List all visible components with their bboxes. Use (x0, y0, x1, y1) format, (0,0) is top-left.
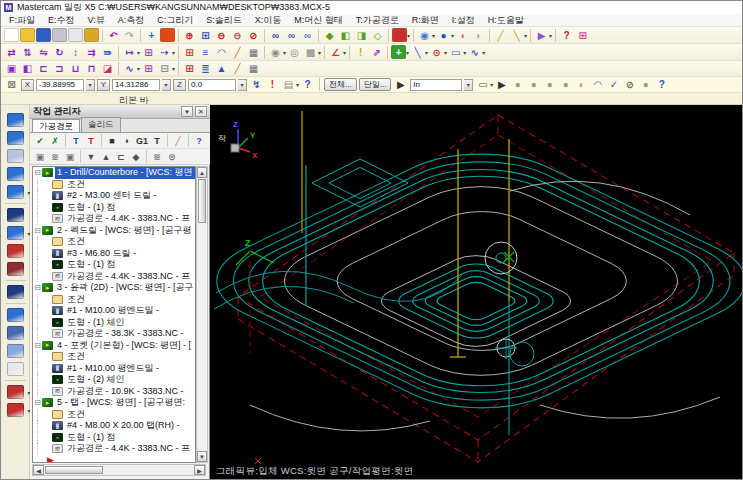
redo-icon[interactable]: ↷ (122, 28, 137, 42)
lock-selected-icon[interactable]: ▣ (33, 150, 47, 163)
create-point-icon[interactable]: + (391, 45, 406, 59)
gview-named-icon[interactable] (392, 28, 407, 42)
solid-boolean-icon[interactable]: ▾ (7, 226, 24, 240)
selection-window-icon[interactable]: ▭ (475, 78, 490, 92)
menu-item[interactable]: M:머신 형태 (294, 14, 343, 27)
menu-item[interactable]: C:그리기 (157, 14, 193, 27)
selection-clear-icon[interactable]: ⊘ (622, 78, 637, 92)
menu-item[interactable]: H:도움말 (488, 14, 524, 27)
selection-result-icon[interactable]: ◐ (574, 78, 589, 92)
move-insert-up-icon[interactable]: ▲ (99, 150, 113, 163)
print-preview-icon[interactable] (68, 28, 83, 42)
toolpath-drill-icon[interactable]: ⊐ (52, 62, 67, 76)
solid-revolve-icon[interactable] (7, 131, 24, 145)
solid-thicken-icon[interactable] (7, 244, 24, 258)
y-dropdown[interactable]: ▾ (162, 79, 171, 91)
gview-isometric-icon[interactable]: ◆ (322, 28, 337, 42)
zoom-window-icon[interactable]: ⊞ (198, 28, 213, 42)
solid-loft-icon[interactable] (7, 167, 24, 181)
solids-menu-icon[interactable]: ▾ (7, 385, 24, 399)
select-all-button[interactable]: 전체... (324, 78, 357, 91)
pan-icon[interactable]: + (144, 28, 159, 42)
solid-sweep-icon[interactable] (7, 149, 24, 163)
post-g1-icon[interactable]: G1 (135, 134, 149, 147)
create-line-icon[interactable]: ╲ (410, 45, 425, 59)
gradient-grid-icon[interactable]: ⊞ (575, 28, 590, 42)
create-line-dropdown[interactable]: ▾ (425, 49, 428, 56)
save-icon[interactable] (36, 28, 51, 42)
clipboard-dropdown[interactable]: ▾ (296, 81, 299, 88)
analyze-chain-icon[interactable]: ∞ (300, 28, 315, 42)
analyze-angle-icon[interactable]: ∠ (328, 45, 343, 59)
menu-item[interactable]: R:화면 (412, 14, 439, 27)
xform-offset-icon[interactable]: ⇉ (84, 45, 99, 59)
xform-drag-dropdown[interactable]: ▾ (172, 49, 175, 56)
solid-draft-icon[interactable] (7, 285, 24, 299)
operation-defaults-icon[interactable]: ╱ (230, 62, 245, 76)
regen-dirty-icon[interactable]: T (84, 134, 98, 147)
shaded-display-icon[interactable]: ● (436, 28, 451, 42)
light-toggle-icon[interactable]: ! (353, 45, 368, 59)
scroll-to-insert-icon[interactable]: ◆ (129, 150, 143, 163)
stock-setup-icon[interactable]: ⊞ (182, 62, 197, 76)
solid-shadow-icon[interactable] (7, 344, 24, 358)
selection-pointer-icon[interactable]: ▶ (393, 78, 408, 92)
single-op-display-icon[interactable]: ⊙ (165, 150, 179, 163)
attribute-multi-pencil-icon[interactable]: ╲ (509, 28, 524, 42)
tree-expander[interactable]: ⊟ (33, 341, 42, 350)
new-file-icon[interactable] (4, 28, 19, 42)
horizontal-scroll-thumb[interactable] (45, 466, 103, 474)
open-folder-icon[interactable] (20, 28, 35, 42)
window-arrange-icon[interactable]: ⊟ (157, 62, 172, 76)
backplot-icon[interactable]: ■ (105, 134, 119, 147)
analyze-area-icon[interactable]: ▩ (303, 45, 318, 59)
clear-colors-icon[interactable]: ▶ (534, 28, 549, 42)
attribute-multi-pencil-dropdown[interactable]: ▾ (524, 32, 527, 39)
scroll-right-button[interactable]: ▶ (194, 465, 205, 475)
selection-end-icon[interactable]: ● (638, 78, 653, 92)
units-combo[interactable]: In (410, 79, 462, 91)
autocursor-icon[interactable]: ⊠ (4, 78, 19, 92)
toolpath-surface-icon[interactable]: ◪ (100, 62, 115, 76)
selection-arc-icon[interactable]: ◠ (590, 78, 605, 92)
cplane-alert-icon[interactable]: ! (265, 78, 280, 92)
pane-layout-icon[interactable]: ⊞ (141, 62, 156, 76)
solid-extrude-icon[interactable] (7, 113, 24, 127)
window-arrange-dropdown[interactable]: ▾ (172, 65, 175, 72)
selection-area-icon[interactable]: ● (526, 78, 541, 92)
solid-grid-icon[interactable] (7, 326, 24, 340)
surfaces-menu-icon[interactable]: ▾ (7, 403, 24, 417)
scroll-down-button[interactable]: ▼ (197, 451, 207, 462)
scroll-up-button[interactable]: ▲ (197, 167, 207, 178)
selection-vector-icon[interactable]: ● (542, 78, 557, 92)
menu-item[interactable]: E:수정 (48, 14, 75, 27)
gview-top-icon[interactable]: ◇ (370, 28, 385, 42)
create-point-dropdown[interactable]: ▾ (406, 49, 409, 56)
move-insert-down-icon[interactable]: ▼ (84, 150, 98, 163)
xform-scale-icon[interactable]: ↕ (68, 45, 83, 59)
xform-translate-icon[interactable]: ⇄ (4, 45, 19, 59)
tree-expander[interactable]: ⊟ (33, 226, 42, 235)
toolpath-contour-icon[interactable]: ⊏ (36, 62, 51, 76)
tree-insert-marker[interactable]: ▶ (33, 455, 195, 464)
analyze-entity-icon[interactable]: ∞ (268, 28, 283, 42)
chain-manager-dropdown[interactable]: ▾ (137, 65, 140, 72)
fit-screen-icon[interactable] (160, 28, 175, 42)
attribute-pencil-icon[interactable]: ╱ (493, 28, 508, 42)
panel-collapse-button[interactable]: ▾ (181, 106, 193, 117)
z-dropdown[interactable]: ▾ (238, 79, 247, 91)
create-arc-dropdown[interactable]: ▾ (444, 49, 447, 56)
select-all-ops-icon[interactable]: ✔ (33, 134, 47, 147)
x-coordinate-input[interactable]: -39.88995 (36, 79, 84, 91)
chain-manager-icon[interactable]: ∿ (122, 62, 137, 76)
xform-translate-3d-icon[interactable]: ⇅ (20, 45, 35, 59)
tree-expander[interactable]: ⊟ (33, 168, 42, 177)
material-list-icon[interactable]: ≣ (198, 62, 213, 76)
selection-poly-icon[interactable]: ● (510, 78, 525, 92)
panel-close-button[interactable]: ✕ (195, 106, 207, 117)
gview-side-icon[interactable]: ◨ (354, 28, 369, 42)
x-dropdown[interactable]: ▾ (86, 79, 95, 91)
analyze-volume-icon[interactable]: ◎ (287, 45, 302, 59)
tree-operation-item[interactable]: ⊟▸2 - 펙드릴 - [WCS: 평면] - [공구평 (33, 225, 195, 237)
toolpath-face-icon[interactable]: ⊓ (84, 62, 99, 76)
